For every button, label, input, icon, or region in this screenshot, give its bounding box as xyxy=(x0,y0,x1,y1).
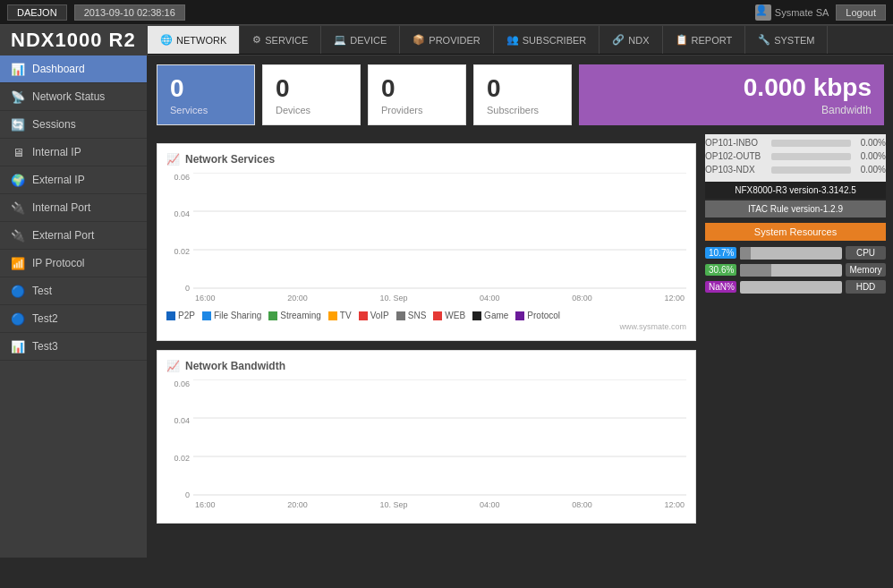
sidebar-item-internal-ip[interactable]: 🖥Internal IP xyxy=(0,139,147,166)
network-services-chart: 📈 Network Services 0.06 0.04 0.02 0 xyxy=(157,143,696,341)
op-pct-0: 0.00% xyxy=(855,138,886,148)
stats-cards: 0 Services 0 Devices 0 Providers 0 Subsc… xyxy=(157,64,572,125)
logo: DAEJON xyxy=(7,4,67,21)
tab-system[interactable]: 🔧SYSTEM xyxy=(745,26,828,54)
sidebar-label-external-ip: External IP xyxy=(32,174,85,186)
subscribers-value: 0 xyxy=(487,74,558,103)
resource-pct-memory: 30.6% xyxy=(705,264,736,276)
legend-item-1: File Sharing xyxy=(202,311,261,320)
resource-row-memory: 30.6% Memory xyxy=(705,263,886,277)
legend-label-0: P2P xyxy=(178,311,195,320)
sidebar-label-internal-port: Internal Port xyxy=(32,201,90,214)
legend-dot-2 xyxy=(268,311,277,320)
nfx-version: NFX8000-R3 version-3.3142.5 xyxy=(705,182,886,199)
chart-services-title: 📈 Network Services xyxy=(166,153,686,166)
tab-subscriber[interactable]: 👥SUBSCRIBER xyxy=(494,26,600,54)
bandwidth-card: 0.000 kbps Bandwidth xyxy=(579,64,884,125)
services-label: Services xyxy=(170,105,242,115)
chart-legend: P2P File Sharing Streaming TV VoIP SNS W… xyxy=(166,311,686,320)
tab-icon-service: ⚙ xyxy=(252,34,261,46)
bandwidth-value: 0.000 kbps xyxy=(591,73,872,102)
sys-resources-button[interactable]: System Resources xyxy=(705,223,886,241)
sidebar-item-test3[interactable]: 📊Test3 xyxy=(0,333,147,361)
sidebar-item-network-status[interactable]: 📡Network Status xyxy=(0,83,147,111)
network-bandwidth-chart: 📈 Network Bandwidth 0.06 0.04 0.02 0 xyxy=(157,350,696,524)
legend-item-8: Protocol xyxy=(515,311,560,320)
sidebar-item-test[interactable]: 🔵Test xyxy=(0,277,147,305)
legend-label-7: Game xyxy=(484,311,508,320)
resource-row-cpu: 10.7% CPU xyxy=(705,246,886,260)
sidebar-icon-sessions: 🔄 xyxy=(11,118,25,131)
sidebar-item-test2[interactable]: 🔵Test2 xyxy=(0,305,147,333)
stats-section: 0 Services 0 Devices 0 Providers 0 Subsc… xyxy=(148,55,893,134)
legend-label-5: SNS xyxy=(408,311,427,320)
logout-button[interactable]: Logout xyxy=(836,4,886,21)
tab-ndx[interactable]: 🔗NDX xyxy=(600,26,662,54)
sidebar-item-external-port[interactable]: 🔌External Port xyxy=(0,222,147,250)
sidebar-icon-test: 🔵 xyxy=(11,285,25,297)
sidebar-label-dashboard: Dashboard xyxy=(32,63,85,75)
tab-network[interactable]: 🌐NETWORK xyxy=(148,26,240,54)
op-row-2: OP103-NDX 0.00% xyxy=(705,165,886,175)
chart-bandwidth-plot: 16:0020:0010. Sep04:0008:0012:00 xyxy=(193,379,686,514)
legend-item-2: Streaming xyxy=(268,311,321,320)
op-bar-bg-2 xyxy=(771,166,851,174)
content-area: 0 Services 0 Devices 0 Providers 0 Subsc… xyxy=(148,55,893,558)
chart-services-svg xyxy=(193,173,686,289)
legend-dot-6 xyxy=(433,311,442,320)
resource-bar-bg-cpu xyxy=(740,247,842,260)
providers-label: Providers xyxy=(381,105,453,115)
tab-provider[interactable]: 📦PROVIDER xyxy=(400,26,493,54)
op-bar-bg-0 xyxy=(771,140,851,147)
datetime: 2013-09-10 02:38:16 xyxy=(74,4,185,21)
sidebar-label-external-port: External Port xyxy=(32,229,94,242)
legend-label-8: Protocol xyxy=(527,311,560,320)
op-bar-bg-1 xyxy=(771,153,851,160)
user-icon: 👤 xyxy=(755,4,771,21)
resource-bar-cpu xyxy=(740,247,751,260)
nav-tabs-container: 🌐NETWORK⚙SERVICE💻DEVICE📦PROVIDER👥SUBSCRI… xyxy=(148,26,893,55)
sidebar-label-sessions: Sessions xyxy=(32,118,76,131)
sidebar-label-test: Test xyxy=(32,285,52,297)
tab-label-ndx: NDX xyxy=(628,35,649,46)
resource-bar-bg-hdd xyxy=(740,281,842,294)
app-title: NDX1000 R2 xyxy=(11,29,136,51)
op-label-1: OP102-OUTB xyxy=(705,151,768,161)
tab-label-subscriber: SUBSCRIBER xyxy=(523,35,587,46)
resource-label-memory: Memory xyxy=(846,263,886,277)
legend-dot-1 xyxy=(202,311,211,320)
charts-container: 📈 Network Services 0.06 0.04 0.02 0 xyxy=(148,134,705,558)
resource-row-hdd: NaN% HDD xyxy=(705,280,886,294)
sidebar-label-test3: Test3 xyxy=(32,340,58,353)
tab-report[interactable]: 📋REPORT xyxy=(663,26,746,54)
legend-item-6: WEB xyxy=(433,311,465,320)
services-value: 0 xyxy=(170,74,242,103)
charts-right-section: 📈 Network Services 0.06 0.04 0.02 0 xyxy=(148,134,893,558)
sidebar-item-ip-protocol[interactable]: 📶IP Protocol xyxy=(0,250,147,277)
sidebar-item-sessions[interactable]: 🔄Sessions xyxy=(0,111,147,139)
legend-label-4: VoIP xyxy=(370,311,389,320)
chart-services-area: 0.06 0.04 0.02 0 xyxy=(166,173,686,307)
watermark: www.sysmate.com xyxy=(166,322,686,331)
x-axis-services: 16:0020:0010. Sep04:0008:0012:00 xyxy=(193,294,686,303)
tab-label-report: REPORT xyxy=(692,35,733,46)
tab-device[interactable]: 💻DEVICE xyxy=(321,26,400,54)
op-rows: OP101-INBO 0.00% OP102-OUTB 0.00% OP103-… xyxy=(705,134,886,182)
sidebar-label-ip-protocol: IP Protocol xyxy=(32,257,84,269)
providers-card: 0 Providers xyxy=(368,64,466,125)
legend-item-7: Game xyxy=(472,311,508,320)
tab-icon-device: 💻 xyxy=(334,34,346,46)
op-label-2: OP103-NDX xyxy=(705,165,768,175)
sidebar-label-test2: Test2 xyxy=(32,312,58,325)
sidebar-item-internal-port[interactable]: 🔌Internal Port xyxy=(0,194,147,222)
tab-service[interactable]: ⚙SERVICE xyxy=(240,26,321,54)
main-layout: 📊Dashboard📡Network Status🔄Sessions🖥Inter… xyxy=(0,55,893,558)
resource-bar-bg-memory xyxy=(740,264,842,277)
sidebar-icon-ip-protocol: 📶 xyxy=(11,257,25,269)
top-bar-right: 👤 Sysmate SA Logout xyxy=(755,4,886,21)
legend-dot-8 xyxy=(515,311,524,320)
user-info: 👤 Sysmate SA xyxy=(755,4,829,21)
sidebar-item-external-ip[interactable]: 🌍External IP xyxy=(0,166,147,194)
sidebar-icon-dashboard: 📊 xyxy=(11,63,25,75)
sidebar-item-dashboard[interactable]: 📊Dashboard xyxy=(0,55,147,83)
